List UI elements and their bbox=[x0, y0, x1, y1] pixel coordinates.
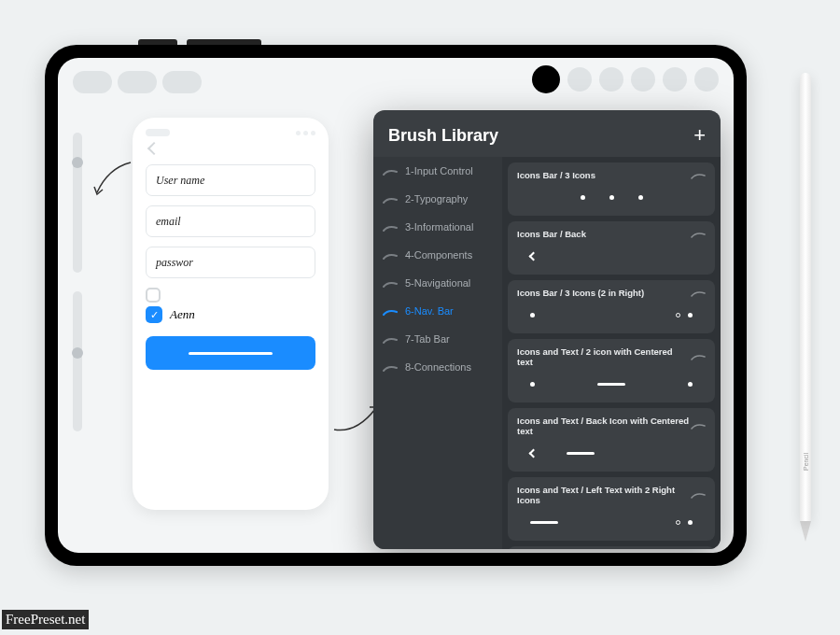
tool-dot[interactable] bbox=[599, 67, 623, 92]
toolbar-pill[interactable] bbox=[162, 71, 202, 93]
brush-item[interactable]: Icons Bar / 3 Icons (2 in Right) bbox=[508, 280, 715, 333]
category-label: 3-Informational bbox=[405, 221, 473, 233]
tool-dot[interactable] bbox=[663, 67, 687, 92]
brush-item[interactable]: Icons and Text / 2 icon with Centered te… bbox=[508, 339, 715, 402]
category-label: 7-Tab Bar bbox=[405, 333, 450, 345]
brush-item[interactable]: Icons and Text / Left Text with 2 Right … bbox=[508, 477, 715, 541]
toolbar-left bbox=[73, 71, 202, 93]
phone-mockup: User name email passwor ✓ Aenn bbox=[133, 118, 329, 510]
brush-opacity-slider[interactable] bbox=[73, 291, 82, 431]
ipad-screen: User name email passwor ✓ Aenn Brush Lib… bbox=[58, 58, 734, 553]
brush-library-panel: Brush Library + 1-Input Control 2-Typogr… bbox=[373, 110, 721, 549]
brush-item[interactable]: Icons Bar / Back bbox=[508, 221, 715, 275]
category-item[interactable]: 1-Input Control bbox=[373, 157, 502, 185]
tool-dot[interactable] bbox=[567, 67, 592, 92]
brush-name: Icons and Text / 2 icon with Centered te… bbox=[517, 346, 691, 367]
panel-title: Brush Library bbox=[388, 126, 498, 146]
email-field[interactable]: email bbox=[146, 205, 315, 237]
checkbox-checked[interactable]: ✓ bbox=[146, 306, 162, 323]
brush-item[interactable]: Icons and Text / Left Text with Right Ic… bbox=[508, 546, 715, 549]
category-item[interactable]: 4-Components bbox=[373, 241, 502, 269]
add-brush-icon[interactable]: + bbox=[693, 123, 706, 148]
submit-button[interactable] bbox=[146, 336, 315, 370]
category-label: 2-Typography bbox=[405, 193, 468, 205]
username-field[interactable]: User name bbox=[146, 164, 315, 196]
brush-name: Icons and Text / Back Icon with Centered… bbox=[517, 416, 691, 436]
brush-list: Icons Bar / 3 Icons Icons Bar / Back Ico… bbox=[502, 157, 721, 549]
back-icon[interactable] bbox=[147, 142, 161, 155]
brush-name: Icons Bar / 3 Icons bbox=[517, 170, 595, 180]
category-item[interactable]: 8-Connections bbox=[373, 353, 502, 381]
pencil-label: Pencil bbox=[803, 453, 809, 471]
brush-item[interactable]: Icons and Text / Back Icon with Centered… bbox=[508, 408, 715, 472]
toolbar-pill[interactable] bbox=[118, 71, 157, 93]
brush-name: Icons Bar / Back bbox=[517, 229, 586, 239]
category-item[interactable]: 3-Informational bbox=[373, 213, 502, 241]
apple-pencil: Pencil bbox=[795, 73, 816, 577]
category-list: 1-Input Control 2-Typography 3-Informati… bbox=[373, 157, 502, 549]
ipad-device: User name email passwor ✓ Aenn Brush Lib… bbox=[45, 45, 747, 566]
tool-dot[interactable] bbox=[694, 67, 719, 92]
category-item-active[interactable]: 6-Nav. Bar bbox=[373, 297, 502, 325]
phone-status-bar bbox=[146, 129, 315, 136]
category-label: 5-Navigational bbox=[405, 277, 470, 289]
password-field[interactable]: passwor bbox=[146, 247, 315, 278]
category-label: 1-Input Control bbox=[405, 165, 473, 176]
arrow-annotation bbox=[91, 159, 136, 200]
category-item[interactable]: 2-Typography bbox=[373, 185, 502, 213]
category-label: 8-Connections bbox=[405, 361, 471, 373]
checkbox-label: Aenn bbox=[170, 307, 195, 322]
toolbar-right bbox=[532, 67, 719, 93]
brush-tool-icon[interactable] bbox=[532, 65, 560, 93]
category-item[interactable]: 7-Tab Bar bbox=[373, 325, 502, 353]
category-label: 6-Nav. Bar bbox=[405, 305, 454, 317]
toolbar-pill[interactable] bbox=[73, 71, 112, 93]
brush-name: Icons Bar / 3 Icons (2 in Right) bbox=[517, 288, 644, 298]
watermark: FreePreset.net bbox=[2, 610, 89, 629]
brush-item[interactable]: Icons Bar / 3 Icons bbox=[508, 162, 715, 216]
tool-dot[interactable] bbox=[631, 67, 655, 92]
checkbox-empty[interactable] bbox=[146, 288, 161, 303]
category-label: 4-Components bbox=[405, 249, 472, 261]
brush-name: Icons and Text / Left Text with 2 Right … bbox=[517, 485, 691, 505]
brush-size-slider[interactable] bbox=[73, 133, 82, 273]
category-item[interactable]: 5-Navigational bbox=[373, 269, 502, 297]
